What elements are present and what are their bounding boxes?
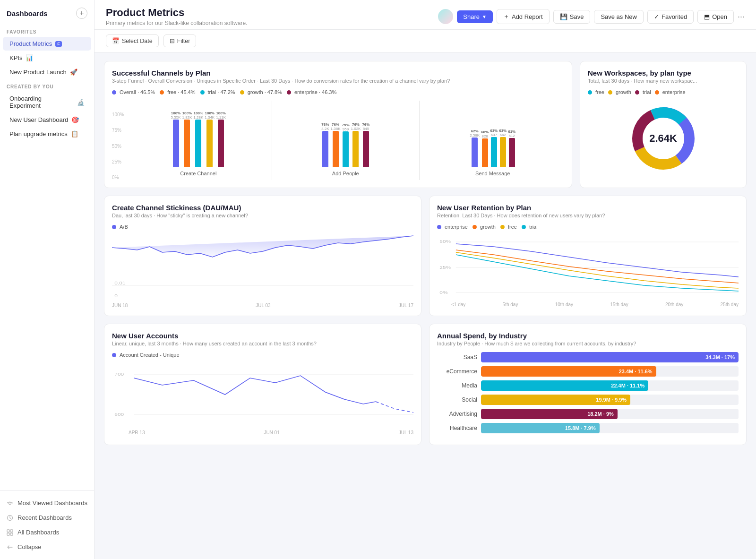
stickiness-subtitle: Dau, last 30 days · How "sticky" is crea…: [112, 213, 413, 218]
legend-trial: trial · 47.2%: [200, 89, 235, 95]
retention-legend: enterprise growth free trial: [437, 224, 739, 230]
favorited-label: Favorited: [662, 13, 687, 20]
save-icon: 💾: [560, 13, 567, 20]
svg-text:600: 600: [114, 412, 124, 416]
save-as-new-label: Save as New: [601, 13, 637, 20]
collapse-icon: [7, 544, 13, 550]
bar[interactable]: [472, 138, 478, 167]
retention-svg: 50% 25% 0%: [437, 233, 739, 300]
save-button[interactable]: 💾 Save: [553, 10, 591, 24]
account-dot: [112, 353, 116, 357]
add-dashboard-button[interactable]: +: [76, 8, 87, 19]
open-button[interactable]: ⬒ Open: [697, 10, 734, 24]
enterprise-dot-w: [655, 90, 659, 95]
hbar-advertising: Advertising 18.2M · 9%: [437, 409, 739, 419]
bar[interactable]: [352, 131, 359, 167]
bar-wrapper: 100% 1.34K: [205, 111, 215, 167]
sidebar: Dashboards + FAVORITES Product Metrics F…: [0, 0, 94, 559]
hbar-healthcare: Healthcare 15.8M · 7.9%: [437, 423, 739, 433]
saas-value: 34.3M · 17%: [705, 354, 735, 360]
advertising-track: 18.2M · 9%: [481, 409, 739, 419]
bar-free[interactable]: [184, 120, 190, 167]
legend-growth-w: growth: [608, 89, 631, 95]
add-report-button[interactable]: ＋ Add Report: [497, 9, 550, 24]
experiment-icon: 🔬: [77, 99, 85, 106]
sidebar-item-label: Plan upgrade metrics: [9, 130, 68, 138]
y-axis: 100% 75% 50% 25% 0%: [112, 101, 127, 180]
create-channel-label: Create Channel: [127, 171, 270, 176]
open-label: Open: [712, 13, 727, 20]
growth-dot: [240, 90, 244, 95]
sidebar-item-plan-upgrade-metrics[interactable]: Plan upgrade metrics 📋: [3, 127, 91, 141]
advertising-label: Advertising: [437, 411, 477, 417]
all-dashboards-link[interactable]: All Dashboards: [0, 525, 94, 540]
sidebar-item-kpis[interactable]: KPIs 📊: [3, 51, 91, 65]
bar-trial[interactable]: [195, 120, 201, 167]
legend-trial-w: trial: [635, 89, 651, 95]
launch-icon: 🚀: [70, 69, 77, 76]
retention-chart: 50% 25% 0%: [437, 233, 739, 307]
bar[interactable]: [343, 131, 349, 167]
filter-button[interactable]: ⊟ Filter: [163, 34, 197, 47]
ecommerce-fill: 23.4M · 11.6%: [481, 366, 656, 377]
favorites-label: FAVORITES: [0, 25, 94, 36]
bar[interactable]: [482, 138, 488, 167]
saas-label: SaaS: [437, 354, 477, 361]
social-label: Social: [437, 396, 477, 403]
clock-icon: [7, 515, 13, 521]
more-options-button[interactable]: ···: [738, 12, 745, 22]
new-workspaces-card: New Workspaces, by plan type Total, last…: [580, 61, 747, 188]
share-label: Share: [463, 13, 480, 20]
enterprise-legend: enterprise: [437, 224, 468, 230]
ecommerce-track: 23.4M · 11.6%: [481, 366, 739, 377]
growth-dot-w: [608, 90, 612, 95]
svg-point-0: [9, 502, 11, 504]
bar-growth[interactable]: [206, 120, 213, 167]
recent-dashboards-link[interactable]: Recent Dashboards: [0, 510, 94, 525]
bar[interactable]: [322, 131, 328, 167]
legend-growth: growth · 47.8%: [240, 89, 282, 95]
bar[interactable]: [491, 137, 497, 167]
sidebar-item-label: New Product Launch: [9, 69, 67, 76]
ab-dot: [112, 225, 116, 229]
collapse-link[interactable]: Collapse: [0, 540, 94, 554]
bar[interactable]: [509, 138, 515, 167]
bar-wrapper: 63% 607: [490, 129, 498, 167]
select-date-button[interactable]: 📅 Select Date: [106, 34, 159, 47]
sidebar-item-onboarding-experiment[interactable]: Onboarding Experiment 🔬: [3, 92, 91, 112]
most-viewed-dashboards-link[interactable]: Most Viewed Dashboards: [0, 496, 94, 510]
add-report-label: Add Report: [512, 13, 543, 20]
growth-legend: growth: [472, 224, 496, 230]
top-bar: Product Metrics Primary metrics for our …: [94, 0, 756, 30]
donut-center-value: 2.64K: [649, 132, 677, 145]
spend-subtitle: Industry by People · How much $ are we c…: [437, 341, 739, 346]
saas-fill: 34.3M · 17%: [481, 352, 739, 362]
bar-enterprise[interactable]: [218, 120, 224, 167]
sidebar-item-product-metrics[interactable]: Product Metrics F: [3, 37, 91, 51]
ab-legend: A/B: [112, 224, 128, 230]
hbar-saas: SaaS 34.3M · 17%: [437, 352, 739, 362]
most-viewed-label: Most Viewed Dashboards: [17, 499, 87, 507]
svg-rect-5: [10, 533, 13, 535]
sidebar-item-new-user-dashboard[interactable]: New User Dashboard 🎯: [3, 113, 91, 127]
advertising-value: 18.2M · 9%: [587, 411, 614, 417]
bar-wrapper: 76% 1.38K: [331, 122, 341, 167]
sidebar-item-label: KPIs: [9, 54, 22, 61]
bar-wrapper: 75% 959: [342, 123, 350, 167]
add-people-label: Add People: [274, 171, 417, 176]
save-as-new-button[interactable]: Save as New: [594, 10, 644, 24]
bar[interactable]: [333, 131, 339, 167]
send-message-label: Send Message: [421, 171, 564, 176]
bar-chart-wrapper: 100% 75% 50% 25% 0% 100% 5.55K: [112, 101, 564, 180]
row-2: Create Channel Stickiness (DAU/MAU) Dau,…: [104, 196, 747, 316]
bar[interactable]: [363, 131, 369, 167]
bar[interactable]: [500, 137, 506, 167]
svg-rect-2: [7, 530, 9, 532]
sidebar-bottom: Most Viewed Dashboards Recent Dashboards…: [0, 490, 94, 559]
healthcare-track: 15.8M · 7.9%: [481, 423, 739, 433]
share-button[interactable]: Share ▼: [457, 10, 493, 23]
sidebar-item-new-product-launch[interactable]: New Product Launch 🚀: [3, 65, 91, 79]
main-content: Product Metrics Primary metrics for our …: [94, 0, 756, 559]
bar-overall[interactable]: [173, 120, 179, 167]
favorited-button[interactable]: ✓ Favorited: [647, 10, 694, 24]
